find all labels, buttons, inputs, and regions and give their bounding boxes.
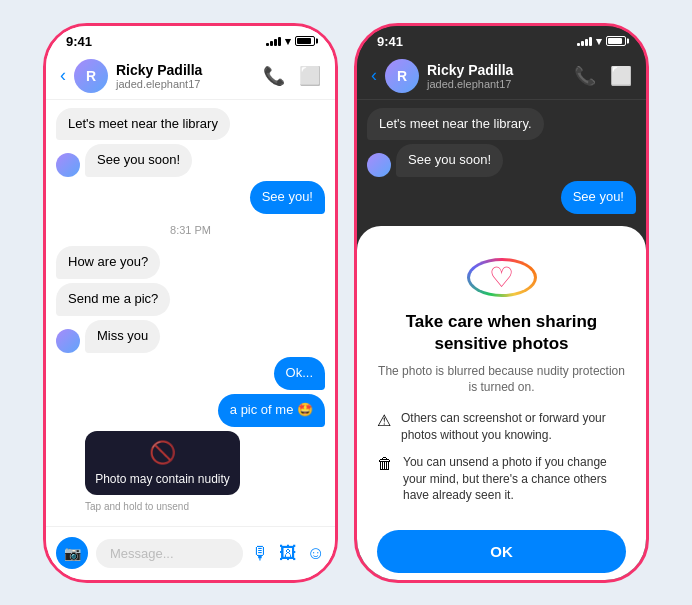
- preview-bubble-1: Let's meet near the library.: [367, 108, 544, 141]
- wifi-icon-left: ▾: [285, 35, 291, 48]
- battery-fill-right: [608, 38, 622, 44]
- bubble-incoming-2: See you soon!: [85, 144, 192, 177]
- avatar-right: R: [385, 59, 419, 93]
- header-icons-left: 📞 ⬜: [263, 65, 321, 87]
- video-icon-left[interactable]: ⬜: [299, 65, 321, 87]
- photo-blurred: 🚫 Photo may contain nudity: [85, 431, 240, 495]
- msg-5: How are you?: [56, 246, 325, 279]
- signal-bar-4: [278, 37, 281, 46]
- signal-bars-right: [577, 36, 592, 46]
- bubble-incoming-1: Let's meet near the library: [56, 108, 230, 141]
- camera-button[interactable]: 📷: [56, 537, 88, 569]
- time-divider: 8:31 PM: [56, 224, 325, 236]
- msg-6: Send me a pic?: [56, 283, 325, 316]
- phone-right: 9:41 ▾ ‹ R Ricky Padilla jaded.eleph: [354, 23, 649, 583]
- signal-bar-3: [274, 39, 277, 46]
- input-icons: 🎙 🖼 ☺: [251, 543, 325, 564]
- status-icons-right: ▾: [577, 35, 626, 48]
- bubble-incoming-6: Send me a pic?: [56, 283, 170, 316]
- bubble-outgoing-8: Ok...: [274, 357, 325, 390]
- signal-bar-1: [266, 43, 269, 46]
- heart-icon: ♡: [489, 261, 514, 294]
- msg-3: See you!: [56, 181, 325, 214]
- signal-bars-left: [266, 36, 281, 46]
- input-bar-left: 📷 Message... 🎙 🖼 ☺: [46, 526, 335, 580]
- status-time-left: 9:41: [66, 34, 92, 49]
- back-button-left[interactable]: ‹: [60, 65, 66, 86]
- signal-bar-r3: [585, 39, 588, 46]
- phone-left: 9:41 ▾ ‹ R Ricky Padilla jaded.eleph: [43, 23, 338, 583]
- back-button-right[interactable]: ‹: [371, 65, 377, 86]
- signal-bar-2: [270, 41, 273, 46]
- phone-icon-right[interactable]: 📞: [574, 65, 596, 87]
- battery-icon-left: [295, 36, 315, 46]
- sheet-description: The photo is blurred because nudity prot…: [377, 363, 626, 397]
- status-bar-right: 9:41 ▾: [357, 26, 646, 53]
- warning-item-2: 🗑 You can unsend a photo if you change y…: [377, 454, 626, 504]
- trash-icon: 🗑: [377, 455, 393, 473]
- wifi-icon-right: ▾: [596, 35, 602, 48]
- status-bar-left: 9:41 ▾: [46, 26, 335, 53]
- signal-bar-r2: [581, 41, 584, 46]
- header-info-right: Ricky Padilla jaded.elephant17: [427, 62, 566, 90]
- preview-bubble-2: See you soon!: [396, 144, 503, 177]
- overlay-sheet: ♡ Take care when sharing sensitive photo…: [357, 226, 646, 580]
- msg-7: Miss you: [56, 320, 325, 353]
- status-time-right: 9:41: [377, 34, 403, 49]
- sheet-warnings: ⚠ Others can screenshot or forward your …: [377, 410, 626, 514]
- photo-text: Photo may contain nudity: [85, 472, 240, 486]
- warning-icon-1: ⚠: [377, 411, 391, 430]
- chat-header-right: ‹ R Ricky Padilla jaded.elephant17 📞 ⬜: [357, 53, 646, 100]
- signal-bar-r4: [589, 37, 592, 46]
- message-input[interactable]: Message...: [96, 539, 243, 568]
- bubble-outgoing-3: See you!: [250, 181, 325, 214]
- sticker-icon[interactable]: ☺: [307, 543, 325, 564]
- warning-text-1: Others can screenshot or forward your ph…: [401, 410, 626, 444]
- mic-icon[interactable]: 🎙: [251, 543, 269, 564]
- preview-msg-1: Let's meet near the library.: [367, 108, 636, 141]
- header-username-right: jaded.elephant17: [427, 78, 566, 90]
- ok-button[interactable]: OK: [377, 530, 626, 573]
- video-icon-right[interactable]: ⬜: [610, 65, 632, 87]
- image-icon[interactable]: 🖼: [279, 543, 297, 564]
- msg-8: Ok...: [56, 357, 325, 390]
- bubble-incoming-7: Miss you: [85, 320, 160, 353]
- chat-area-left: Let's meet near the library See you soon…: [46, 100, 335, 520]
- msg-1: Let's meet near the library: [56, 108, 325, 141]
- avatar-msg-2: [56, 153, 80, 177]
- warning-text-2: You can unsend a photo if you change you…: [403, 454, 626, 504]
- preview-bubble-3: See you!: [561, 181, 636, 214]
- chat-preview-right: Let's meet near the library. See you soo…: [357, 100, 646, 223]
- header-name-right: Ricky Padilla: [427, 62, 566, 78]
- header-icons-right: 📞 ⬜: [574, 65, 632, 87]
- camera-icon: 📷: [64, 545, 81, 561]
- avatar-left: R: [74, 59, 108, 93]
- nudity-icon: 🚫: [149, 440, 176, 466]
- sheet-title: Take care when sharing sensitive photos: [377, 311, 626, 355]
- preview-msg-2: See you soon!: [367, 144, 636, 177]
- avatar-msg-7: [56, 329, 80, 353]
- bubble-incoming-5: How are you?: [56, 246, 160, 279]
- signal-bar-r1: [577, 43, 580, 46]
- status-icons-left: ▾: [266, 35, 315, 48]
- phones-container: 9:41 ▾ ‹ R Ricky Padilla jaded.eleph: [23, 3, 669, 603]
- bubble-outgoing-9: a pic of me 🤩: [218, 394, 325, 427]
- warning-item-1: ⚠ Others can screenshot or forward your …: [377, 410, 626, 444]
- msg-2: See you soon!: [56, 144, 325, 177]
- preview-msg-3: See you!: [367, 181, 636, 214]
- chat-header-left: ‹ R Ricky Padilla jaded.elephant17 📞 ⬜: [46, 53, 335, 100]
- battery-fill-left: [297, 38, 311, 44]
- battery-icon-right: [606, 36, 626, 46]
- avatar-preview-2: [367, 153, 391, 177]
- tap-unsend-label: Tap and hold to unsend: [85, 501, 325, 512]
- phone-icon-left[interactable]: 📞: [263, 65, 285, 87]
- header-username-left: jaded.elephant17: [116, 78, 255, 90]
- header-info-left: Ricky Padilla jaded.elephant17: [116, 62, 255, 90]
- heart-circle: ♡: [467, 258, 537, 297]
- header-name-left: Ricky Padilla: [116, 62, 255, 78]
- msg-9: a pic of me 🤩: [56, 394, 325, 427]
